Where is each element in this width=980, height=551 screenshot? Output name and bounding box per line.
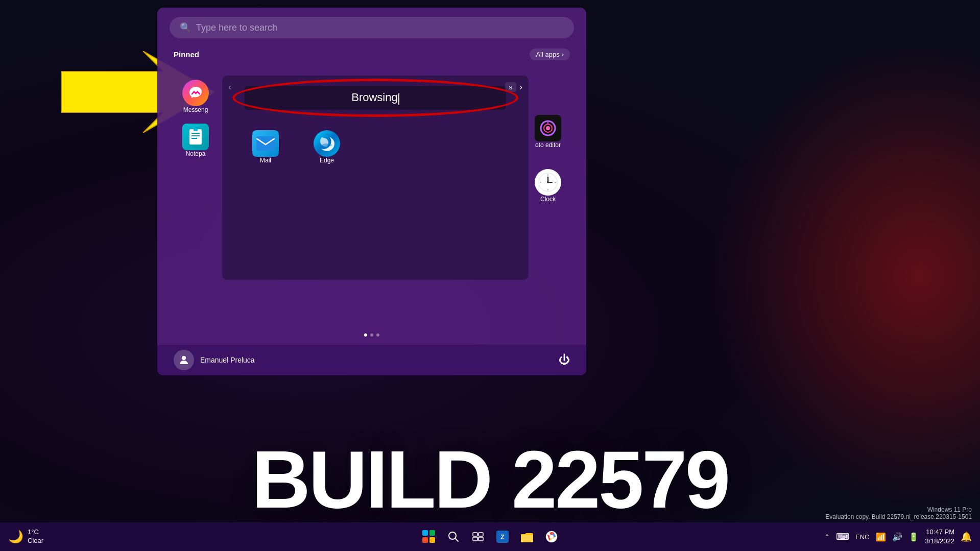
time-date[interactable]: 10:47 PM 3/18/2022 bbox=[925, 528, 954, 546]
svg-rect-19 bbox=[256, 136, 275, 151]
svg-rect-30 bbox=[521, 534, 533, 542]
volume-icon[interactable]: 🔊 bbox=[892, 532, 902, 542]
nav-right[interactable]: s › bbox=[505, 82, 523, 92]
taskbar-right: ⌃ ⌨ ENG 📶 🔊 🔋 10:47 PM 3/18/2022 🔔 bbox=[824, 528, 972, 546]
file-explorer-button[interactable] bbox=[517, 526, 537, 547]
nav-left[interactable]: ‹ bbox=[228, 82, 231, 92]
user-name: Emanuel Preluca bbox=[200, 356, 255, 364]
red-glow bbox=[674, 0, 980, 551]
app-edge[interactable]: Edge bbox=[299, 125, 355, 169]
language-indicator[interactable]: ENG bbox=[855, 533, 870, 541]
app-messenger[interactable]: Messeng bbox=[168, 75, 224, 118]
app-notepad[interactable]: Notepa bbox=[168, 118, 224, 162]
browsing-panel: Browsing ‹ s › Mail bbox=[222, 76, 529, 280]
pinned-label: Pinned bbox=[174, 50, 199, 59]
svg-rect-6 bbox=[194, 128, 198, 131]
notepad-label: Notepa bbox=[186, 150, 206, 157]
battery-icon[interactable]: 🔋 bbox=[909, 532, 919, 542]
eval-line1: Windows 11 Pro bbox=[825, 506, 972, 513]
clock-label: Clock bbox=[540, 196, 556, 203]
time: 10:47 PM bbox=[925, 528, 954, 537]
keyboard-icon[interactable]: ⌨ bbox=[836, 531, 849, 542]
svg-rect-23 bbox=[473, 533, 477, 536]
svg-rect-25 bbox=[473, 537, 477, 541]
messenger-icon bbox=[182, 80, 209, 106]
dot-2 bbox=[370, 333, 373, 337]
taskbar-left: 🌙 1°C Clear bbox=[8, 528, 43, 545]
avatar bbox=[174, 350, 194, 370]
edge-icon bbox=[314, 130, 340, 157]
all-apps-button[interactable]: All apps › bbox=[530, 49, 570, 60]
browsing-input-wrap: Browsing bbox=[245, 86, 506, 110]
windows-logo bbox=[422, 530, 436, 543]
photo-editor-icon bbox=[535, 115, 561, 141]
taskbar-center: Z bbox=[419, 526, 562, 547]
user-bar: Emanuel Preluca ⏻ bbox=[157, 345, 586, 375]
dot-3 bbox=[376, 333, 379, 337]
weather-icon: 🌙 bbox=[8, 530, 23, 544]
win-q2 bbox=[429, 530, 435, 536]
task-view-button[interactable] bbox=[468, 526, 488, 547]
messenger-label: Messeng bbox=[183, 106, 208, 113]
photo-editor-label: oto editor bbox=[535, 141, 561, 149]
weather-text: 1°C Clear bbox=[28, 528, 43, 545]
svg-point-9 bbox=[546, 126, 550, 130]
edge-label: Edge bbox=[320, 157, 334, 164]
clock-icon bbox=[535, 169, 561, 196]
search-button[interactable] bbox=[443, 526, 464, 547]
svg-rect-24 bbox=[479, 533, 483, 536]
dot-1 bbox=[364, 333, 367, 337]
all-apps-label: All apps bbox=[536, 51, 559, 58]
svg-rect-1 bbox=[189, 129, 202, 145]
win-q4 bbox=[429, 537, 435, 543]
eval-text: Windows 11 Pro Evaluation copy. Build 22… bbox=[825, 506, 972, 520]
win-q1 bbox=[422, 530, 428, 536]
pinned-header: Pinned All apps › bbox=[157, 44, 586, 64]
user-info[interactable]: Emanuel Preluca bbox=[174, 350, 255, 370]
eval-line2: Evaluation copy. Build 22579.ni_release.… bbox=[825, 513, 972, 520]
power-button[interactable]: ⏻ bbox=[559, 353, 570, 367]
tray-expand-icon[interactable]: ⌃ bbox=[824, 533, 830, 541]
search-placeholder: Type here to search bbox=[196, 22, 277, 33]
chevron-right-icon: › bbox=[562, 51, 564, 58]
svg-point-34 bbox=[550, 535, 553, 538]
teams-button[interactable]: Z bbox=[492, 526, 513, 547]
chrome-button[interactable] bbox=[541, 526, 562, 547]
browsing-input[interactable]: Browsing bbox=[245, 86, 506, 110]
mail-icon bbox=[252, 130, 279, 157]
taskbar: 🌙 1°C Clear bbox=[0, 522, 980, 551]
browsing-header: Browsing bbox=[222, 76, 529, 115]
browsing-text: Browsing bbox=[351, 91, 397, 104]
win-q3 bbox=[422, 537, 428, 543]
scroll-dots bbox=[157, 330, 586, 340]
wifi-icon[interactable]: 📶 bbox=[876, 532, 886, 542]
app-mail[interactable]: Mail bbox=[237, 125, 294, 169]
text-cursor bbox=[398, 93, 399, 105]
svg-point-20 bbox=[322, 143, 332, 147]
notepad-icon bbox=[182, 124, 209, 150]
weather-temp: 1°C bbox=[28, 528, 43, 537]
notification-icon[interactable]: 🔔 bbox=[961, 531, 972, 542]
svg-line-22 bbox=[455, 538, 458, 541]
start-button[interactable] bbox=[419, 526, 439, 547]
browsing-apps-list: Mail Edge bbox=[222, 115, 529, 179]
svg-rect-26 bbox=[479, 537, 483, 541]
search-bar[interactable]: 🔍 Type here to search bbox=[170, 17, 574, 38]
mail-label: Mail bbox=[260, 157, 271, 164]
weather-widget[interactable]: 🌙 1°C Clear bbox=[8, 528, 43, 545]
search-icon: 🔍 bbox=[180, 22, 191, 33]
weather-condition: Clear bbox=[28, 537, 43, 545]
svg-text:Z: Z bbox=[500, 534, 504, 541]
date: 3/18/2022 bbox=[925, 537, 954, 546]
svg-point-18 bbox=[182, 356, 186, 360]
